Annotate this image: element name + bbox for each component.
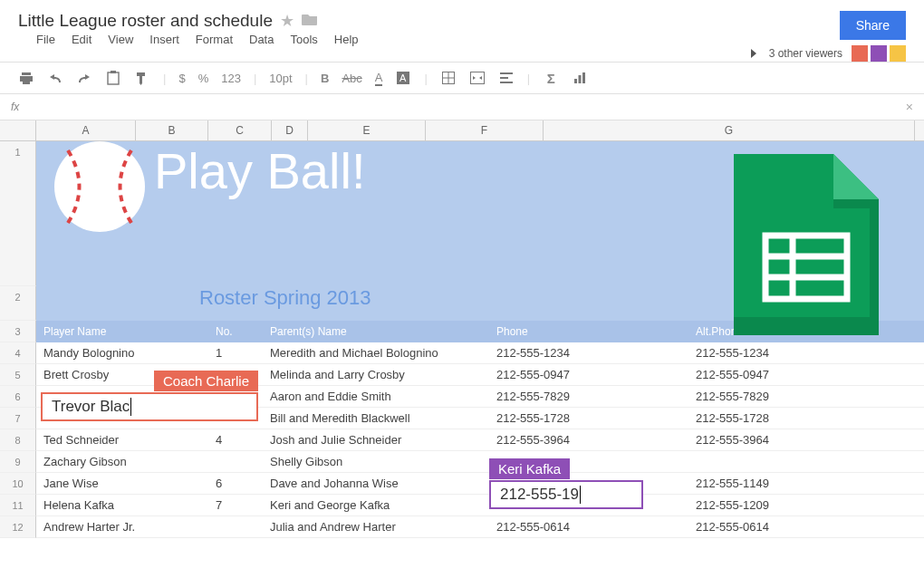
cell[interactable]: 7 bbox=[208, 495, 263, 515]
row-header-8[interactable]: 8 bbox=[0, 429, 36, 451]
cell[interactable]: Bill and Meredith Blackwell bbox=[263, 408, 489, 429]
menu-format[interactable]: Format bbox=[196, 33, 233, 46]
paint-format-icon[interactable] bbox=[134, 70, 150, 86]
strikethrough-button[interactable]: Abc bbox=[342, 72, 361, 85]
cell[interactable]: 4 bbox=[208, 429, 263, 450]
cell[interactable]: 212-555-0947 bbox=[489, 364, 688, 385]
cell[interactable]: 212-555-3964 bbox=[489, 429, 688, 450]
table-header-cell[interactable]: Player Name bbox=[36, 321, 208, 342]
align-icon[interactable] bbox=[498, 70, 515, 86]
fill-color-icon[interactable]: A bbox=[395, 70, 411, 86]
chart-icon[interactable] bbox=[572, 70, 588, 86]
col-header-A[interactable]: A bbox=[36, 120, 136, 140]
cell[interactable]: 212-555-1728 bbox=[489, 408, 688, 429]
clipboard-icon[interactable] bbox=[105, 70, 121, 86]
sheet-big-title: Play Ball! bbox=[154, 141, 365, 286]
cell[interactable]: 212-555-1149 bbox=[688, 473, 870, 494]
merge-icon[interactable] bbox=[469, 70, 486, 86]
cell[interactable]: 6 bbox=[208, 473, 263, 494]
row-header-7[interactable]: 7 bbox=[0, 408, 36, 429]
formula-bar[interactable]: fx × bbox=[0, 94, 924, 120]
table-header-cell[interactable]: Phone bbox=[489, 321, 688, 342]
cell[interactable]: Zachary Gibson bbox=[36, 451, 208, 472]
cell[interactable]: Andrew Harter Jr. bbox=[36, 516, 208, 537]
col-header-E[interactable]: E bbox=[308, 120, 426, 140]
table-row: Ted Schneider4Josh and Julie Schneider21… bbox=[36, 429, 924, 451]
redo-icon[interactable] bbox=[76, 70, 92, 86]
cell[interactable] bbox=[208, 451, 263, 472]
borders-icon[interactable] bbox=[440, 70, 457, 86]
row-header-11[interactable]: 11 bbox=[0, 495, 36, 516]
undo-icon[interactable] bbox=[47, 70, 63, 86]
star-icon[interactable]: ★ bbox=[280, 11, 294, 31]
bold-button[interactable]: B bbox=[321, 72, 329, 85]
cell[interactable]: Aaron and Eddie Smith bbox=[263, 386, 489, 407]
cell[interactable]: 212-555-0614 bbox=[688, 516, 870, 537]
cell[interactable]: Dave and Johanna Wise bbox=[263, 473, 489, 494]
viewer-chip-2[interactable] bbox=[871, 45, 887, 62]
cell[interactable]: 212-555-7829 bbox=[688, 386, 870, 407]
cell[interactable]: 212-555-0947 bbox=[688, 364, 870, 385]
select-all-corner[interactable] bbox=[0, 120, 36, 140]
row-header-10[interactable]: 10 bbox=[0, 473, 36, 495]
close-icon[interactable]: × bbox=[906, 100, 913, 114]
text-color-button[interactable]: A bbox=[375, 71, 383, 86]
col-header-C[interactable]: C bbox=[208, 120, 272, 140]
menu-edit[interactable]: Edit bbox=[72, 33, 91, 46]
cell[interactable]: 212-555-0614 bbox=[489, 516, 688, 537]
row-header-1[interactable]: 1 bbox=[0, 141, 36, 286]
viewers-text[interactable]: 3 other viewers bbox=[769, 47, 842, 60]
cell[interactable]: Jane Wise bbox=[36, 473, 208, 494]
doc-title[interactable]: Little League roster and schedule bbox=[18, 11, 273, 31]
cell[interactable]: Julia and Andrew Harter bbox=[263, 516, 489, 537]
cell[interactable] bbox=[688, 451, 870, 472]
cell[interactable] bbox=[208, 516, 263, 537]
table-header-cell[interactable]: No. bbox=[208, 321, 263, 342]
cell[interactable]: 212-555-3964 bbox=[688, 429, 870, 450]
cell[interactable]: 212-555-7829 bbox=[489, 386, 688, 407]
cell[interactable]: 212-555-1234 bbox=[489, 342, 688, 363]
cell[interactable]: Helena Kafka bbox=[36, 495, 208, 515]
cell[interactable]: 212-555-1209 bbox=[688, 495, 870, 515]
cell[interactable]: 1 bbox=[208, 342, 263, 363]
col-header-G[interactable]: G bbox=[544, 120, 915, 140]
row-header-3[interactable]: 3 bbox=[0, 321, 36, 342]
cell[interactable]: Keri and George Kafka bbox=[263, 495, 489, 515]
row-header-9[interactable]: 9 bbox=[0, 451, 36, 473]
menu-file[interactable]: File bbox=[36, 33, 55, 46]
col-header-B[interactable]: B bbox=[136, 120, 208, 140]
menu-view[interactable]: View bbox=[108, 33, 133, 46]
menu-help[interactable]: Help bbox=[334, 33, 359, 46]
cell[interactable]: Ted Schneider bbox=[36, 429, 208, 450]
viewer-chip-3[interactable] bbox=[890, 45, 906, 62]
font-size[interactable]: 10pt bbox=[269, 72, 292, 85]
row-header-6[interactable]: 6 bbox=[0, 386, 36, 408]
collaborator-edit-keri[interactable]: 212-555-19 bbox=[489, 480, 643, 509]
percent-format[interactable]: % bbox=[198, 72, 209, 85]
menu-tools[interactable]: Tools bbox=[290, 33, 317, 46]
row-header-2[interactable]: 2 bbox=[0, 286, 36, 321]
row-header-12[interactable]: 12 bbox=[0, 516, 36, 538]
cell[interactable]: Mandy Bolognino bbox=[36, 342, 208, 363]
cell[interactable]: Shelly Gibson bbox=[263, 451, 489, 472]
col-header-F[interactable]: F bbox=[426, 120, 544, 140]
cell[interactable]: 212-555-1728 bbox=[688, 408, 870, 429]
col-header-D[interactable]: D bbox=[272, 120, 308, 140]
row-header-4[interactable]: 4 bbox=[0, 342, 36, 364]
menu-data[interactable]: Data bbox=[249, 33, 274, 46]
collaborator-edit-charlie[interactable]: Trevor Blac bbox=[41, 392, 258, 421]
folder-icon[interactable] bbox=[302, 13, 318, 29]
menu-insert[interactable]: Insert bbox=[149, 33, 179, 46]
share-button[interactable]: Share bbox=[840, 11, 906, 40]
sigma-icon[interactable]: Σ bbox=[543, 70, 559, 86]
row-header-5[interactable]: 5 bbox=[0, 364, 36, 386]
cell[interactable]: 212-555-1234 bbox=[688, 342, 870, 363]
viewer-chip-1[interactable] bbox=[852, 45, 868, 62]
cell[interactable]: Josh and Julie Schneider bbox=[263, 429, 489, 450]
print-icon[interactable] bbox=[18, 70, 34, 86]
number-format[interactable]: 123 bbox=[221, 72, 241, 85]
cell[interactable]: Meredith and Michael Bolognino bbox=[263, 342, 489, 363]
table-header-cell[interactable]: Parent(s) Name bbox=[263, 321, 489, 342]
currency-format[interactable]: $ bbox=[178, 72, 185, 85]
cell[interactable]: Melinda and Larry Crosby bbox=[263, 364, 489, 385]
